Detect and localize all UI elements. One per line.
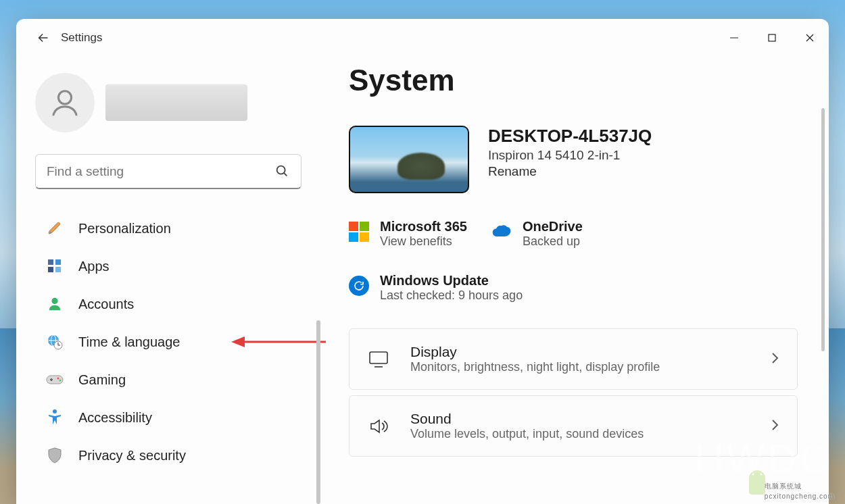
svg-point-5	[277, 166, 285, 174]
card-title: Display	[410, 344, 660, 360]
svg-rect-1	[769, 34, 775, 41]
svg-marker-19	[231, 336, 245, 347]
user-name-redacted	[105, 84, 247, 121]
sidebar-item-label: Accounts	[78, 297, 134, 312]
status-subtitle: Backed up	[523, 234, 583, 249]
status-onedrive[interactable]: OneDrive Backed up	[491, 213, 583, 254]
svg-point-4	[58, 91, 71, 104]
device-model: Inspiron 14 5410 2-in-1	[488, 148, 652, 163]
microsoft-logo-icon	[349, 222, 369, 242]
sidebar-item-gaming[interactable]: Gaming	[35, 362, 301, 397]
rename-link[interactable]: Rename	[488, 164, 652, 179]
main-scrollbar[interactable]	[821, 108, 825, 351]
window-title: Settings	[61, 31, 102, 45]
card-title: Sound	[410, 411, 644, 427]
sidebar-item-label: Time & language	[78, 334, 180, 350]
page-title: System	[349, 64, 798, 97]
maximize-button[interactable]	[753, 22, 791, 54]
titlebar: Settings	[16, 19, 829, 57]
svg-rect-10	[55, 267, 61, 272]
user-profile[interactable]	[35, 73, 301, 132]
main-content: System DESKTOP-4L537JQ Inspiron 14 5410 …	[320, 57, 829, 504]
sidebar-item-label: Apps	[78, 259, 110, 274]
svg-line-6	[284, 173, 287, 176]
sidebar: Personalization Apps Accounts Time & lan…	[16, 57, 320, 504]
desktop-wallpaper-thumb[interactable]	[349, 126, 469, 193]
gamepad-icon	[46, 371, 64, 388]
status-subtitle: Last checked: 9 hours ago	[380, 288, 523, 303]
shield-icon	[46, 447, 64, 464]
sidebar-item-apps[interactable]: Apps	[35, 249, 301, 284]
person-icon	[49, 87, 80, 118]
svg-rect-8	[55, 259, 61, 265]
onedrive-cloud-icon	[491, 222, 512, 242]
update-sync-icon	[349, 276, 369, 296]
status-title: Windows Update	[380, 273, 523, 288]
annotation-arrow	[231, 334, 326, 350]
sidebar-item-time-language[interactable]: Time & language	[35, 324, 301, 359]
setting-card-display[interactable]: Display Monitors, brightness, night ligh…	[349, 328, 798, 390]
android-icon	[744, 468, 771, 497]
sidebar-item-personalization[interactable]: Personalization	[35, 211, 301, 246]
search-input[interactable]	[35, 154, 301, 189]
apps-grid-icon	[46, 257, 64, 275]
globe-clock-icon	[46, 333, 64, 351]
sidebar-item-accessibility[interactable]: Accessibility	[35, 400, 301, 435]
svg-point-28	[752, 474, 754, 476]
status-windows-update[interactable]: Windows Update Last checked: 9 hours ago	[349, 268, 523, 308]
svg-point-25	[53, 409, 57, 413]
status-subtitle: View benefits	[380, 234, 467, 249]
back-arrow-icon	[36, 30, 51, 45]
sidebar-item-label: Privacy & security	[78, 448, 186, 463]
sidebar-item-label: Gaming	[78, 372, 126, 388]
chevron-right-icon	[770, 418, 779, 434]
close-icon	[805, 33, 815, 43]
search-box	[35, 154, 301, 189]
monitor-icon	[367, 351, 390, 368]
chevron-right-icon	[770, 351, 779, 368]
sidebar-item-label: Personalization	[78, 221, 171, 236]
speaker-icon	[367, 418, 390, 435]
status-title: OneDrive	[523, 219, 583, 234]
status-microsoft365[interactable]: Microsoft 365 View benefits	[349, 213, 467, 254]
settings-window: Settings	[16, 19, 829, 504]
setting-card-sound[interactable]: Sound Volume levels, output, input, soun…	[349, 395, 798, 457]
svg-rect-7	[48, 259, 53, 265]
svg-point-22	[59, 380, 62, 382]
card-subtitle: Monitors, brightness, night light, displ…	[410, 360, 660, 374]
back-button[interactable]	[30, 24, 57, 51]
device-header: DESKTOP-4L537JQ Inspiron 14 5410 2-in-1 …	[349, 126, 798, 193]
avatar	[35, 73, 95, 132]
minimize-icon	[729, 33, 739, 43]
paintbrush-icon	[46, 220, 64, 237]
svg-point-11	[51, 298, 57, 304]
person-circle-icon	[46, 295, 64, 313]
svg-point-29	[760, 474, 763, 476]
minimize-button[interactable]	[715, 22, 753, 54]
sidebar-item-label: Accessibility	[78, 410, 152, 426]
status-title: Microsoft 365	[380, 219, 467, 234]
maximize-icon	[767, 33, 777, 43]
sidebar-item-accounts[interactable]: Accounts	[35, 286, 301, 322]
card-subtitle: Volume levels, output, input, sound devi…	[410, 427, 644, 441]
close-button[interactable]	[791, 22, 829, 54]
device-name: DESKTOP-4L537JQ	[488, 126, 652, 147]
svg-rect-26	[370, 352, 387, 363]
accessibility-icon	[46, 409, 64, 426]
svg-point-21	[57, 378, 59, 380]
sidebar-item-privacy[interactable]: Privacy & security	[35, 438, 301, 473]
svg-rect-9	[48, 267, 53, 272]
search-icon	[274, 163, 289, 181]
